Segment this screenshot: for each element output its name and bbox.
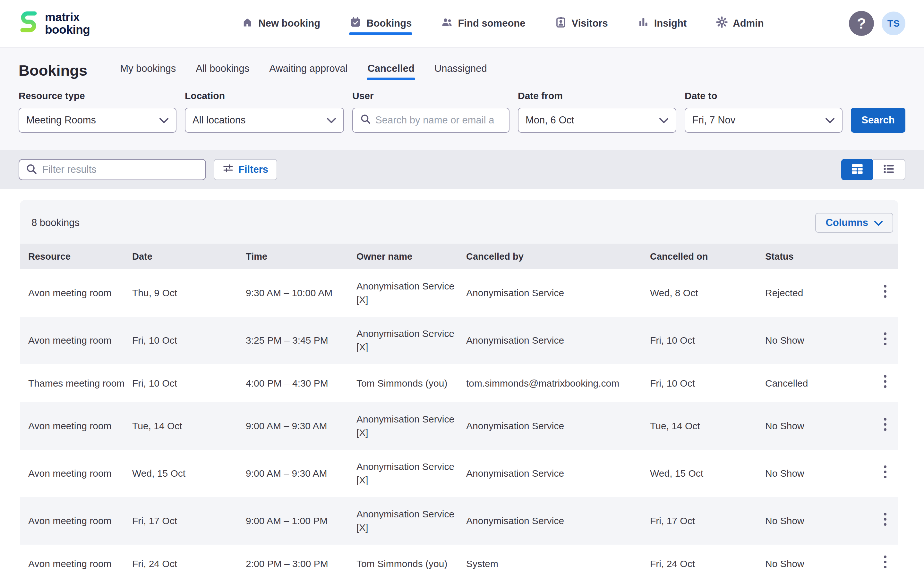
table-view-icon [851, 163, 864, 177]
search-filters: Resource type Meeting Rooms Location All… [19, 81, 905, 150]
cell-cancelled-by: Anonymisation Service [466, 450, 650, 497]
col-header-actions [858, 243, 898, 269]
help-button[interactable]: ? [849, 11, 874, 36]
cell-cancelled-on: Fri, 24 Oct [650, 545, 765, 577]
table-body: Avon meeting room Thu, 9 Oct 9:30 AM – 1… [20, 269, 898, 577]
gear-icon [716, 16, 728, 31]
table-row: Avon meeting room Thu, 9 Oct 9:30 AM – 1… [20, 269, 898, 317]
table-row: Avon meeting room Tue, 14 Oct 9:00 AM – … [20, 402, 898, 450]
col-header-resource: Resource [20, 243, 132, 269]
filters-button-label: Filters [238, 164, 268, 175]
cell-date: Thu, 9 Oct [132, 269, 246, 317]
search-icon [26, 163, 37, 176]
cell-date: Fri, 24 Oct [132, 545, 246, 577]
table-row: Avon meeting room Fri, 10 Oct 3:25 PM – … [20, 317, 898, 364]
tab-all-bookings[interactable]: All bookings [195, 60, 250, 81]
tab-cancelled[interactable]: Cancelled [367, 60, 415, 81]
tab-awaiting-approval[interactable]: Awaiting approval [268, 60, 348, 81]
nav-item-new-booking[interactable]: New booking [242, 0, 320, 47]
bookings-count: 8 bookings [31, 217, 79, 229]
cell-cancelled-by: Anonymisation Service [466, 269, 650, 317]
cell-status: No Show [765, 450, 858, 497]
cell-resource: Avon meeting room [20, 450, 132, 497]
cell-time: 9:00 AM – 1:00 PM [246, 497, 357, 545]
cell-resource: Thames meeting room [20, 364, 132, 402]
cell-status: No Show [765, 497, 858, 545]
row-menu-button[interactable] [883, 374, 887, 388]
row-menu-button[interactable] [883, 332, 887, 346]
resource-type-select[interactable]: Meeting Rooms [19, 108, 176, 133]
cell-resource: Avon meeting room [20, 402, 132, 450]
cell-owner-name: Anonymisation Service [X] [357, 497, 466, 545]
chevron-down-icon [825, 114, 835, 126]
date-from-value: Mon, 6 Oct [525, 114, 659, 126]
col-header-owner-name: Owner name [357, 243, 466, 269]
row-menu-button[interactable] [883, 465, 887, 479]
location-label: Location [185, 90, 344, 101]
cell-cancelled-by: Anonymisation Service [466, 317, 650, 364]
nav-item-admin[interactable]: Admin [716, 0, 764, 47]
nav-item-insight[interactable]: Insight [638, 0, 687, 47]
date-from-select[interactable]: Mon, 6 Oct [518, 108, 676, 133]
filters-button[interactable]: Filters [214, 159, 277, 180]
results-card: 8 bookings Columns Resource Date Time Ow… [20, 200, 898, 577]
bookings-tabs: My bookings All bookings Awaiting approv… [120, 60, 488, 81]
col-header-time: Time [246, 243, 357, 269]
brand-name: matrixbooking [45, 11, 90, 36]
date-to-select[interactable]: Fri, 7 Nov [685, 108, 843, 133]
columns-button[interactable]: Columns [815, 213, 893, 233]
location-select[interactable]: All locations [185, 108, 344, 133]
user-search-input[interactable] [375, 114, 502, 126]
nav-item-find-someone[interactable]: Find someone [441, 0, 525, 47]
cell-date: Tue, 14 Oct [132, 402, 246, 450]
nav-label: Insight [654, 18, 687, 29]
main-content: 8 bookings Columns Resource Date Time Ow… [0, 189, 924, 577]
brand-logo[interactable]: matrixbooking [19, 9, 157, 38]
view-toggle [841, 159, 905, 180]
cell-resource: Avon meeting room [20, 269, 132, 317]
main-nav: New booking Bookings Find someone Visito… [157, 0, 849, 47]
cell-owner-name: Anonymisation Service [X] [357, 450, 466, 497]
list-view-button[interactable] [873, 159, 905, 180]
cell-date: Fri, 10 Oct [132, 364, 246, 402]
nav-item-bookings[interactable]: Bookings [350, 0, 412, 47]
results-toolbar: Filters [0, 150, 924, 189]
table-header-row: Resource Date Time Owner name Cancelled … [20, 243, 898, 269]
nav-label: New booking [258, 18, 320, 29]
chevron-down-icon [874, 217, 883, 229]
user-field: User [352, 90, 509, 133]
table-view-button[interactable] [841, 159, 873, 180]
cell-cancelled-on: Fri, 17 Oct [650, 497, 765, 545]
cell-cancelled-by: tom.simmonds@matrixbooking.com [466, 364, 650, 402]
cell-cancelled-on: Wed, 8 Oct [650, 269, 765, 317]
tab-my-bookings[interactable]: My bookings [120, 60, 176, 81]
avatar[interactable]: TS [882, 11, 905, 35]
row-menu-button[interactable] [883, 417, 887, 432]
cell-cancelled-by: Anonymisation Service [466, 402, 650, 450]
search-button[interactable]: Search [851, 108, 905, 133]
cell-owner-name: Anonymisation Service [X] [357, 269, 466, 317]
resource-type-label: Resource type [19, 90, 176, 101]
resource-type-field: Resource type Meeting Rooms [19, 90, 176, 133]
nav-label: Admin [733, 18, 764, 29]
row-menu-button[interactable] [883, 284, 887, 298]
search-icon [360, 113, 371, 127]
list-view-icon [882, 163, 896, 177]
visitor-badge-icon [555, 16, 567, 31]
tab-unassigned[interactable]: Unassigned [434, 60, 488, 81]
row-menu-button[interactable] [883, 512, 887, 526]
date-from-field: Date from Mon, 6 Oct [518, 90, 676, 133]
cell-time: 9:00 AM – 9:30 AM [246, 450, 357, 497]
cell-resource: Avon meeting room [20, 545, 132, 577]
row-menu-button[interactable] [883, 555, 887, 569]
cell-date: Fri, 17 Oct [132, 497, 246, 545]
location-field: Location All locations [185, 90, 344, 133]
cell-cancelled-by: System [466, 545, 650, 577]
cell-time: 3:25 PM – 3:45 PM [246, 317, 357, 364]
nav-item-visitors[interactable]: Visitors [555, 0, 608, 47]
date-to-field: Date to Fri, 7 Nov [685, 90, 843, 133]
col-header-cancelled-by: Cancelled by [466, 243, 650, 269]
cell-cancelled-by: Anonymisation Service [466, 497, 650, 545]
sliders-icon [223, 163, 234, 176]
filter-results-input[interactable] [42, 164, 199, 175]
